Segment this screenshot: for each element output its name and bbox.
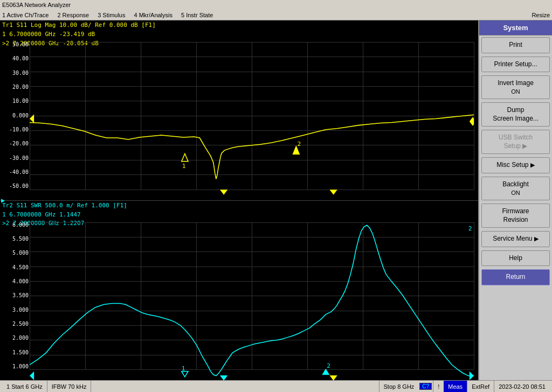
svg-marker-14: [470, 371, 474, 380]
y2-label-3: 4.500: [1, 265, 29, 270]
main-area: Tr1 S11 Log Mag 10.00 dB/ Ref 0.000 dB […: [0, 20, 552, 380]
y2-label-8: 2.000: [1, 335, 29, 341]
y2-label-5: 3.500: [1, 293, 29, 298]
svg-marker-8: [182, 371, 188, 376]
y1-label-0: 50.00: [1, 42, 29, 47]
svg-marker-6: [220, 190, 227, 194]
svg-marker-16: [330, 375, 336, 380]
title-bar: E5063A Network Analyzer: [0, 0, 552, 10]
misc-setup-arrow: ▶: [530, 162, 535, 168]
misc-setup-button[interactable]: Misc Setup ▶: [481, 157, 550, 173]
invert-image-button[interactable]: Invert Image ON: [481, 75, 550, 99]
trace1-yaxis: 50.00 40.00 30.00 20.00 10.00 0.000 -10.…: [0, 42, 30, 190]
y2-label-9: 1.500: [1, 350, 29, 355]
dump-screen-label: DumpScreen Image...: [493, 106, 539, 122]
title-text: E5063A Network Analyzer: [2, 2, 71, 8]
trace2-svg: 1 2 2: [30, 222, 474, 381]
service-menu-button[interactable]: Service Menu ▶: [481, 231, 550, 247]
status-datetime: 2023-02-20 08:51: [494, 381, 550, 392]
svg-text:2: 2: [297, 141, 301, 148]
status-indicator: C?: [419, 383, 432, 390]
svg-marker-0: [182, 154, 188, 162]
invert-image-sub: ON: [484, 88, 547, 95]
menu-instr-state[interactable]: 5 Instr State: [181, 12, 213, 18]
y2-label-10: 1.000: [1, 364, 29, 369]
trace2-header-text: Tr2 S11 SWR 500.0 m/ Ref 1.000 [F1]: [2, 202, 127, 209]
backlight-button[interactable]: Backlight ON: [481, 177, 550, 200]
usb-switch-label: USB SwitchSetup: [499, 134, 533, 150]
y2-label-1: 5.500: [1, 236, 29, 242]
menu-response[interactable]: 2 Response: [57, 12, 89, 18]
backlight-label: Backlight: [502, 180, 529, 188]
y1-label-8: -30.00: [1, 156, 29, 161]
help-button[interactable]: Help: [481, 250, 550, 267]
status-meas[interactable]: Meas: [444, 381, 467, 392]
svg-marker-7: [330, 190, 336, 194]
firmware-revision-label: FirmwareRevision: [502, 207, 529, 223]
menu-stimulus[interactable]: 3 Stimulus: [98, 12, 125, 18]
y2-label-6: 3.000: [1, 307, 29, 313]
svg-marker-10: [322, 369, 329, 374]
y1-label-9: -40.00: [1, 170, 29, 175]
y1-label-2: 30.00: [1, 71, 29, 76]
y1-label-7: -20.00: [1, 141, 29, 146]
trace1-header: Tr1 S11 Log Mag 10.00 dB/ Ref 0.000 dB […: [2, 22, 156, 29]
chart-area: Tr1 S11 Log Mag 10.00 dB/ Ref 0.000 dB […: [0, 20, 478, 380]
trace1-panel: Tr1 S11 Log Mag 10.00 dB/ Ref 0.000 dB […: [0, 20, 478, 201]
svg-marker-13: [30, 371, 34, 380]
y2-label-4: 4.000: [1, 279, 29, 284]
backlight-sub: ON: [484, 189, 547, 197]
sidebar-title: System: [479, 20, 552, 36]
trace2-header: Tr2 S11 SWR 500.0 m/ Ref 1.000 [F1]: [2, 202, 127, 209]
status-start: 1 Start 6 GHz: [2, 381, 47, 392]
resize-button[interactable]: Resize: [532, 12, 550, 18]
dump-screen-button[interactable]: DumpScreen Image...: [481, 102, 550, 127]
y1-label-10: -50.00: [1, 184, 29, 189]
trace2-panel: Tr2 S11 SWR 500.0 m/ Ref 1.000 [F1] 1 6.…: [0, 201, 478, 381]
firmware-revision-button[interactable]: FirmwareRevision: [481, 204, 550, 228]
y2-label-2: 5.000: [1, 250, 29, 256]
trace1-svg: 1 2: [30, 42, 474, 195]
menu-active-ch[interactable]: 1 Active Ch/Trace: [2, 12, 49, 18]
service-menu-label: Service Menu: [493, 235, 532, 242]
active-trace-indicator: ▶: [0, 197, 5, 204]
y1-label-4: 10.00: [1, 99, 29, 104]
status-warning: !: [433, 381, 444, 392]
svg-text:1: 1: [182, 163, 186, 170]
y2-label-0: 6.000: [1, 222, 29, 228]
y2-label-7: 2.500: [1, 321, 29, 327]
status-extref: ExtRef: [467, 381, 494, 392]
return-button[interactable]: Return: [481, 269, 550, 285]
svg-text:1: 1: [182, 365, 185, 372]
y1-label-5: 0.000: [1, 113, 29, 118]
svg-marker-15: [220, 375, 227, 380]
status-bar: 1 Start 6 GHz IFBW 70 kHz Stop 8 GHz C? …: [0, 380, 552, 392]
printer-setup-button[interactable]: Printer Setup...: [481, 57, 550, 73]
y1-label-6: -10.00: [1, 127, 29, 132]
y1-label-1: 40.00: [1, 56, 29, 61]
svg-marker-5: [30, 114, 34, 123]
svg-text:2: 2: [327, 362, 330, 369]
y1-label-3: 20.00: [1, 85, 29, 90]
print-button[interactable]: Print: [481, 37, 550, 53]
svg-text:2: 2: [468, 225, 472, 232]
service-menu-arrow: ▶: [534, 235, 539, 242]
svg-marker-4: [470, 117, 474, 125]
trace1-marker1: 1 6.7000000 GHz -23.419 dB: [2, 30, 99, 39]
sidebar: System Print Printer Setup... Invert Ima…: [478, 20, 552, 380]
status-right: Stop 8 GHz C? ! Meas ExtRef 2023-02-20 0…: [379, 381, 550, 392]
usb-switch-button: USB SwitchSetup ▶: [481, 130, 550, 154]
status-ifbw: IFBW 70 kHz: [47, 381, 92, 392]
status-stop: Stop 8 GHz: [379, 381, 419, 392]
trace2-marker1: 1 6.7000000 GHz 1.1447: [2, 211, 84, 220]
trace2-yaxis: 6.000 5.500 5.000 4.500 4.000 3.500 3.00…: [0, 222, 30, 370]
menu-bar: 1 Active Ch/Trace 2 Response 3 Stimulus …: [0, 10, 552, 20]
usb-switch-arrow: ▶: [522, 142, 527, 150]
misc-setup-label: Misc Setup: [496, 161, 528, 169]
menu-mkr-analysis[interactable]: 4 Mkr/Analysis: [134, 12, 172, 18]
invert-image-label: Invert Image: [498, 79, 534, 87]
